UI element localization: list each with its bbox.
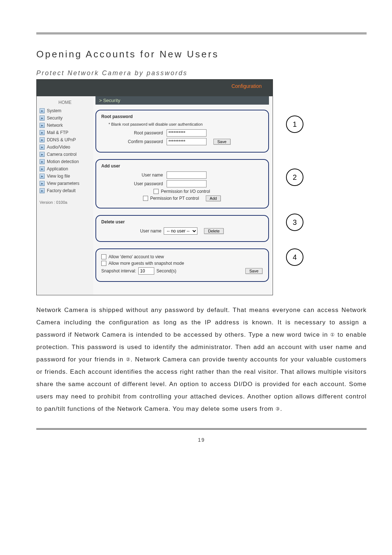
body-paragraph: Network Camera is shipped without any pa… xyxy=(36,304,367,415)
callout-4: 4 xyxy=(286,248,303,266)
arrow-icon: ▸ xyxy=(40,174,45,179)
inline-callout-3: ③ xyxy=(275,404,280,414)
sidebar-home[interactable]: HOME xyxy=(37,96,93,107)
sidebar-item-label: Motion detection xyxy=(47,159,79,164)
sidebar-item-view-parameters[interactable]: ▸View parameters xyxy=(37,180,93,187)
delete-user-button[interactable]: Delete xyxy=(204,228,224,234)
allow-demo-checkbox[interactable] xyxy=(101,254,106,259)
add-user-name-input[interactable] xyxy=(167,171,207,179)
add-user-name-label: User name xyxy=(101,173,164,178)
allow-demo-label: Allow 'demo' account to view xyxy=(109,254,164,259)
snapshot-interval-input[interactable] xyxy=(138,267,154,275)
snapshot-interval-label: Snapshot interval: xyxy=(101,268,136,274)
save-root-button[interactable]: Save xyxy=(213,139,230,145)
arrow-icon: ▸ xyxy=(40,181,45,186)
allow-guests-label: Allow more guests with snapshot mode xyxy=(109,261,184,266)
body-text-seg: Network Camera is shipped without any pa… xyxy=(36,307,367,338)
sidebar-item-audio-video[interactable]: ▸Audio/Video xyxy=(37,143,93,151)
arrow-icon: ▸ xyxy=(40,188,45,193)
pt-permission-label: Permission for PT control xyxy=(150,196,199,201)
sidebar-item-label: DDNS & UPnP xyxy=(47,137,76,142)
arrow-icon: ▸ xyxy=(40,166,45,171)
save-demo-button[interactable]: Save xyxy=(245,268,262,274)
sidebar-item-label: Factory default xyxy=(47,188,75,193)
snapshot-unit-label: Second(s) xyxy=(156,268,176,274)
allow-guests-checkbox[interactable] xyxy=(101,261,106,266)
add-user-button[interactable]: Add xyxy=(206,195,221,201)
delete-user-select[interactable]: -- no user -- xyxy=(164,227,197,235)
body-text-seg: . xyxy=(280,405,282,412)
inline-callout-2: ② xyxy=(126,355,131,364)
pt-permission-checkbox[interactable] xyxy=(143,196,148,201)
breadcrumb: > Security xyxy=(95,96,269,105)
sidebar-item-label: Network xyxy=(47,123,63,128)
root-password-label: Root password xyxy=(101,130,164,135)
add-user-panel: Add user User name User password Permiss… xyxy=(95,159,269,208)
add-user-password-label: User password xyxy=(101,181,164,186)
sidebar-item-application[interactable]: ▸Application xyxy=(37,165,93,173)
root-password-input[interactable] xyxy=(167,129,207,137)
io-permission-label: Permission for I/O control xyxy=(161,189,210,194)
sidebar-item-label: Audio/Video xyxy=(47,145,70,150)
sidebar-item-security[interactable]: ▸Security xyxy=(37,114,93,122)
delete-user-name-label: User name xyxy=(140,228,162,234)
arrow-icon: ▸ xyxy=(40,137,45,142)
sidebar-item-label: System xyxy=(47,108,61,113)
page-number: 19 xyxy=(36,437,367,443)
version-label: Version : 0100a xyxy=(37,194,93,204)
confirm-password-label: Confirm password xyxy=(101,139,164,144)
config-screenshot: Configuration HOME ▸System ▸Security ▸Ne… xyxy=(36,79,273,295)
sidebar: HOME ▸System ▸Security ▸Network ▸Mail & … xyxy=(37,96,93,295)
arrow-icon: ▸ xyxy=(40,145,45,150)
page-title: Opening Accounts for New Users xyxy=(36,49,367,60)
arrow-icon: ▸ xyxy=(40,159,45,164)
root-password-note: * Blank root password will disable user … xyxy=(101,122,262,126)
callout-1: 1 xyxy=(286,116,303,133)
topbar-label: Configuration xyxy=(232,83,262,89)
panel-title: Root password xyxy=(101,114,262,119)
sidebar-item-label: Camera control xyxy=(47,152,77,157)
sidebar-item-ddns-upnp[interactable]: ▸DDNS & UPnP xyxy=(37,136,93,143)
callout-2: 2 xyxy=(286,169,303,186)
sidebar-item-label: Mail & FTP xyxy=(47,130,68,135)
sidebar-item-factory-default[interactable]: ▸Factory default xyxy=(37,187,93,194)
body-text-seg: . Network Camera can provide twenty acco… xyxy=(36,356,367,412)
bottom-rule xyxy=(36,428,367,430)
arrow-icon: ▸ xyxy=(40,123,45,128)
arrow-icon: ▸ xyxy=(40,130,45,135)
io-permission-checkbox[interactable] xyxy=(154,189,159,194)
sidebar-item-camera-control[interactable]: ▸Camera control xyxy=(37,151,93,158)
root-password-panel: Root password * Blank root password will… xyxy=(95,110,269,153)
inline-callout-1: ① xyxy=(330,330,335,340)
sidebar-item-motion-detection[interactable]: ▸Motion detection xyxy=(37,158,93,165)
delete-user-panel: Delete user User name -- no user -- Dele… xyxy=(95,215,269,242)
content-area: > Security Root password * Blank root pa… xyxy=(93,96,273,295)
screenshot-topbar: Configuration xyxy=(37,80,273,96)
callout-3: 3 xyxy=(286,214,303,231)
confirm-password-input[interactable] xyxy=(167,138,207,145)
sidebar-item-label: Security xyxy=(47,116,62,121)
add-user-password-input[interactable] xyxy=(167,180,207,187)
arrow-icon: ▸ xyxy=(40,152,45,157)
arrow-icon: ▸ xyxy=(40,108,45,113)
page-subtitle: Protect Network Camera by passwords xyxy=(36,69,367,77)
sidebar-item-mail-ftp[interactable]: ▸Mail & FTP xyxy=(37,129,93,136)
panel-title: Delete user xyxy=(101,219,262,224)
sidebar-item-label: View log file xyxy=(47,174,70,179)
sidebar-item-view-log-file[interactable]: ▸View log file xyxy=(37,173,93,180)
sidebar-item-label: Application xyxy=(47,166,68,171)
demo-panel: Allow 'demo' account to view Allow more … xyxy=(95,248,269,282)
panel-title: Add user xyxy=(101,163,262,169)
top-rule xyxy=(36,33,367,34)
sidebar-item-label: View parameters xyxy=(47,181,79,186)
sidebar-item-system[interactable]: ▸System xyxy=(37,107,93,114)
arrow-icon: ▸ xyxy=(40,116,45,121)
sidebar-item-network[interactable]: ▸Network xyxy=(37,122,93,129)
